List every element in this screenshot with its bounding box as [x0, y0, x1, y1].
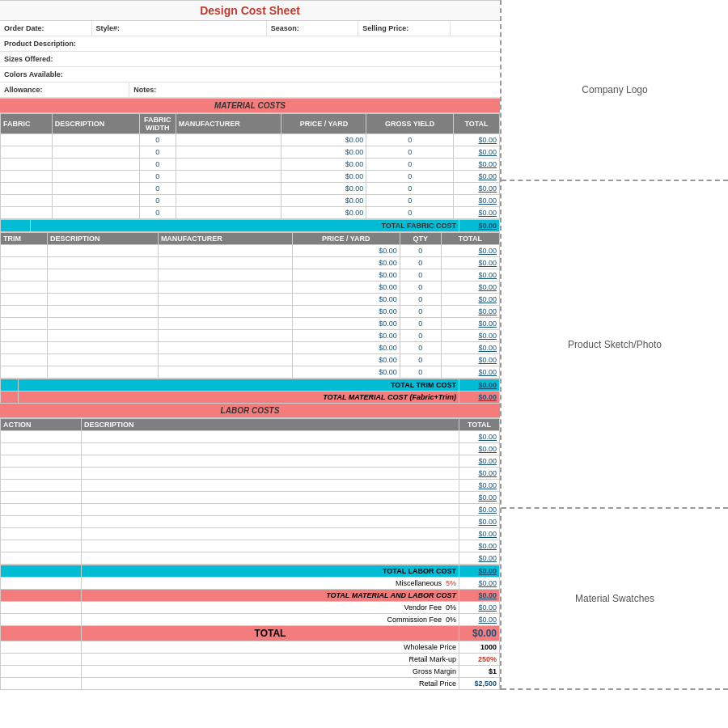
- fabric-yield-cell[interactable]: 0: [366, 134, 454, 146]
- order-date-cell[interactable]: Order Date:: [0, 21, 92, 36]
- trim-mfr-cell[interactable]: [158, 318, 292, 330]
- fabric-cell[interactable]: [1, 146, 53, 159]
- labor-desc-cell[interactable]: [82, 516, 459, 528]
- fabric-yield-cell[interactable]: 0: [366, 207, 454, 219]
- selling-price-cell[interactable]: Selling Price:: [358, 21, 451, 36]
- fabric-desc-cell[interactable]: [52, 207, 139, 219]
- labor-desc-cell[interactable]: [82, 504, 459, 516]
- trim-cell[interactable]: [1, 294, 48, 306]
- trim-desc-cell[interactable]: [47, 281, 158, 294]
- fabric-desc-cell[interactable]: [52, 159, 139, 171]
- fabric-price-cell[interactable]: $0.00: [281, 146, 366, 159]
- trim-cell[interactable]: [1, 269, 48, 281]
- fabric-mfr-cell[interactable]: [176, 183, 281, 195]
- trim-mfr-cell[interactable]: [158, 281, 292, 294]
- fabric-cell[interactable]: [1, 159, 53, 171]
- trim-qty-cell[interactable]: 0: [400, 306, 441, 318]
- trim-qty-cell[interactable]: 0: [400, 245, 441, 257]
- labor-total-cell[interactable]: $0.00: [459, 431, 500, 443]
- trim-mfr-cell[interactable]: [158, 306, 292, 318]
- labor-action-cell[interactable]: [1, 431, 82, 443]
- trim-qty-cell[interactable]: 0: [400, 318, 441, 330]
- fabric-total-cell[interactable]: $0.00: [453, 183, 499, 195]
- trim-cell[interactable]: [1, 330, 48, 342]
- trim-cell[interactable]: [1, 354, 48, 366]
- fabric-width-cell[interactable]: 0: [139, 207, 176, 219]
- fabric-desc-cell[interactable]: [52, 183, 139, 195]
- labor-action-cell[interactable]: [1, 455, 82, 468]
- trim-price-cell[interactable]: $0.00: [292, 294, 400, 306]
- trim-cell[interactable]: [1, 342, 48, 354]
- fabric-mfr-cell[interactable]: [176, 134, 281, 146]
- trim-total-cell[interactable]: $0.00: [441, 318, 499, 330]
- fabric-width-cell[interactable]: 0: [139, 195, 176, 207]
- trim-price-cell[interactable]: $0.00: [292, 269, 400, 281]
- trim-total-cell[interactable]: $0.00: [441, 257, 499, 269]
- fabric-mfr-cell[interactable]: [176, 171, 281, 183]
- fabric-price-cell[interactable]: $0.00: [281, 159, 366, 171]
- trim-total-cell[interactable]: $0.00: [441, 342, 499, 354]
- fabric-yield-cell[interactable]: 0: [366, 146, 454, 159]
- fabric-mfr-cell[interactable]: [176, 207, 281, 219]
- trim-mfr-cell[interactable]: [158, 354, 292, 366]
- fabric-total-cell[interactable]: $0.00: [453, 159, 499, 171]
- labor-total-cell[interactable]: $0.00: [459, 552, 500, 565]
- fabric-cell[interactable]: [1, 195, 53, 207]
- labor-desc-cell[interactable]: [82, 492, 459, 504]
- trim-total-cell[interactable]: $0.00: [441, 269, 499, 281]
- labor-total-cell[interactable]: $0.00: [459, 443, 500, 455]
- fabric-yield-cell[interactable]: 0: [366, 183, 454, 195]
- labor-desc-cell[interactable]: [82, 552, 459, 565]
- labor-desc-cell[interactable]: [82, 455, 459, 468]
- trim-desc-cell[interactable]: [47, 269, 158, 281]
- fabric-cell[interactable]: [1, 207, 53, 219]
- fabric-width-cell[interactable]: 0: [139, 159, 176, 171]
- fabric-total-cell[interactable]: $0.00: [453, 207, 499, 219]
- fabric-desc-cell[interactable]: [52, 146, 139, 159]
- trim-price-cell[interactable]: $0.00: [292, 281, 400, 294]
- trim-total-cell[interactable]: $0.00: [441, 281, 499, 294]
- labor-action-cell[interactable]: [1, 480, 82, 492]
- trim-price-cell[interactable]: $0.00: [292, 318, 400, 330]
- trim-cell[interactable]: [1, 245, 48, 257]
- labor-total-cell[interactable]: $0.00: [459, 540, 500, 552]
- product-desc-cell[interactable]: Product Description:: [0, 36, 500, 51]
- trim-total-cell[interactable]: $0.00: [441, 306, 499, 318]
- fabric-mfr-cell[interactable]: [176, 159, 281, 171]
- trim-desc-cell[interactable]: [47, 294, 158, 306]
- trim-cell[interactable]: [1, 366, 48, 379]
- trim-desc-cell[interactable]: [47, 306, 158, 318]
- labor-action-cell[interactable]: [1, 552, 82, 565]
- trim-desc-cell[interactable]: [47, 354, 158, 366]
- trim-mfr-cell[interactable]: [158, 269, 292, 281]
- labor-total-cell[interactable]: $0.00: [459, 468, 500, 480]
- trim-mfr-cell[interactable]: [158, 294, 292, 306]
- fabric-cell[interactable]: [1, 183, 53, 195]
- fabric-mfr-cell[interactable]: [176, 146, 281, 159]
- fabric-mfr-cell[interactable]: [176, 195, 281, 207]
- trim-desc-cell[interactable]: [47, 257, 158, 269]
- trim-cell[interactable]: [1, 306, 48, 318]
- trim-total-cell[interactable]: $0.00: [441, 330, 499, 342]
- trim-desc-cell[interactable]: [47, 366, 158, 379]
- trim-mfr-cell[interactable]: [158, 330, 292, 342]
- fabric-price-cell[interactable]: $0.00: [281, 134, 366, 146]
- labor-action-cell[interactable]: [1, 528, 82, 540]
- fabric-desc-cell[interactable]: [52, 195, 139, 207]
- fabric-cell[interactable]: [1, 134, 53, 146]
- fabric-total-cell[interactable]: $0.00: [453, 171, 499, 183]
- fabric-cell[interactable]: [1, 171, 53, 183]
- fabric-desc-cell[interactable]: [52, 134, 139, 146]
- fabric-width-cell[interactable]: 0: [139, 146, 176, 159]
- fabric-yield-cell[interactable]: 0: [366, 195, 454, 207]
- fabric-price-cell[interactable]: $0.00: [281, 195, 366, 207]
- fabric-width-cell[interactable]: 0: [139, 183, 176, 195]
- style-cell[interactable]: Style#:: [92, 21, 267, 36]
- trim-desc-cell[interactable]: [47, 318, 158, 330]
- labor-desc-cell[interactable]: [82, 528, 459, 540]
- trim-total-cell[interactable]: $0.00: [441, 245, 499, 257]
- trim-price-cell[interactable]: $0.00: [292, 245, 400, 257]
- fabric-desc-cell[interactable]: [52, 171, 139, 183]
- selling-price-value[interactable]: [451, 21, 500, 36]
- trim-qty-cell[interactable]: 0: [400, 257, 441, 269]
